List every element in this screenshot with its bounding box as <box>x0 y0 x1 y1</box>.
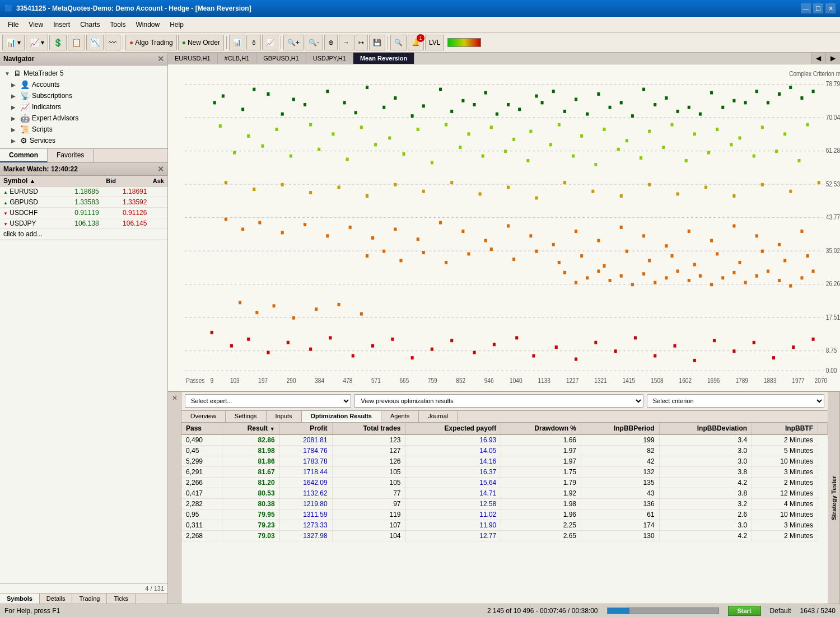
results-table-container[interactable]: Pass Result ▼ Profit Total trades Expect… <box>181 423 828 604</box>
table-row[interactable]: 0,417 80.53 1132.62 77 14.71 1.92 43 3.8… <box>181 488 828 499</box>
col-header-total-trades[interactable]: Total trades <box>332 423 405 434</box>
close-button[interactable]: ✕ <box>825 3 836 13</box>
line-button[interactable]: 📈 <box>262 35 278 50</box>
menu-help[interactable]: Help <box>165 20 188 30</box>
maximize-button[interactable]: ☐ <box>813 3 823 13</box>
scroll-end-button[interactable]: ↦ <box>354 35 368 50</box>
col-header-pass[interactable]: Pass <box>181 423 222 434</box>
tester-close-button[interactable]: ✕ <box>172 394 178 402</box>
cell-result: 80.38 <box>222 499 279 510</box>
zoom-in-button[interactable]: 🔍+ <box>283 35 304 50</box>
svg-rect-174 <box>399 259 402 262</box>
nav-item-expert-advisors[interactable]: ▶ 🤖 Expert Advisors <box>0 113 167 124</box>
nav-item-accounts[interactable]: ▶ 👤 Accounts <box>0 79 167 90</box>
zoom-out-button[interactable]: 🔍- <box>305 35 323 50</box>
menu-insert[interactable]: Insert <box>49 20 74 30</box>
chart-prev-button[interactable]: ◀ <box>811 53 825 64</box>
tester-tab-settings[interactable]: Settings <box>226 411 267 422</box>
tab-favorites[interactable]: Favorites <box>48 149 94 162</box>
col-header-inpbbdeviation[interactable]: InpBBDeviation <box>659 423 752 434</box>
svg-rect-247 <box>239 301 241 304</box>
table-row[interactable]: 0,490 82.86 2081.81 123 16.93 1.66 199 3… <box>181 434 828 446</box>
tester-tab-optimization[interactable]: Optimization Results <box>302 411 381 422</box>
svg-rect-213 <box>789 284 792 288</box>
chart-tab-mean-reversion[interactable]: Mean Reversion <box>353 53 414 64</box>
col-symbol[interactable]: Symbol ▲ <box>0 176 71 186</box>
svg-text:1977: 1977 <box>792 377 804 384</box>
indicators-icon: 📈 <box>20 102 30 111</box>
chart-next-button[interactable]: ▶ <box>825 53 840 64</box>
chart-tab-gbpusd[interactable]: GBPUSD,H1 <box>256 53 306 64</box>
dollar-button[interactable]: 💲 <box>49 35 67 50</box>
search-button[interactable]: 🔍 <box>390 35 407 50</box>
crosshair-button[interactable]: ⊕ <box>324 35 338 50</box>
chart-tab-clb[interactable]: #CLB,H1 <box>218 53 257 64</box>
nav-item-subscriptions[interactable]: ▶ 📡 Subscriptions <box>0 90 167 101</box>
market-watch-row[interactable]: ▲ EURUSD 1.18685 1.18691 <box>0 186 167 197</box>
menu-view[interactable]: View <box>24 20 48 30</box>
col-header-drawdown[interactable]: Drawdown % <box>501 423 581 434</box>
market-watch-row[interactable]: click to add... <box>0 229 167 240</box>
separator-2 <box>226 36 227 49</box>
new-chart-button[interactable]: 📊 ▾ <box>2 35 25 50</box>
chart-button[interactable]: 📉 <box>86 35 104 50</box>
col-ask[interactable]: Ask <box>119 176 167 186</box>
table-row[interactable]: 0,95 79.95 1311.59 119 11.02 1.96 61 2.6… <box>181 510 828 520</box>
nav-item-scripts[interactable]: ▶ 📜 Scripts <box>0 124 167 135</box>
menu-charts[interactable]: Charts <box>76 20 104 30</box>
algo-trading-button[interactable]: ● Algo Trading <box>125 35 177 50</box>
table-row[interactable]: 0,311 79.23 1273.33 107 11.90 2.25 174 3… <box>181 520 828 531</box>
market-watch-row[interactable]: ▼ USDCHF 0.91119 0.91126 <box>0 208 167 218</box>
level-button[interactable]: LVL <box>425 35 444 50</box>
market-watch-row[interactable]: ▼ USDJPY 106.138 106.145 <box>0 218 167 229</box>
navigator-close[interactable]: ✕ <box>157 54 164 63</box>
tester-tab-agents[interactable]: Agents <box>381 411 419 422</box>
start-button[interactable]: Start <box>728 606 761 616</box>
col-header-inpbbtf[interactable]: InpBBTF <box>752 423 818 434</box>
chart-tab-usdjpy[interactable]: USDJPY,H1 <box>306 53 353 64</box>
scroll-right-button[interactable]: → <box>339 35 353 50</box>
col-header-result[interactable]: Result ▼ <box>222 423 279 434</box>
chart-tab-eurusd[interactable]: EURUSD,H1 <box>168 53 218 64</box>
menu-tools[interactable]: Tools <box>106 20 130 30</box>
market-watch-close[interactable]: ✕ <box>157 165 164 174</box>
title-bar-controls[interactable]: — ☐ ✕ <box>801 3 836 13</box>
col-header-profit[interactable]: Profit <box>279 423 332 434</box>
table-row[interactable]: 2,282 80.38 1219.80 97 12.58 1.98 136 3.… <box>181 499 828 510</box>
signal-button[interactable]: 〰 <box>105 35 120 50</box>
table-row[interactable]: 2,266 81.20 1642.09 105 15.64 1.79 135 4… <box>181 478 828 488</box>
nav-item-indicators[interactable]: ▶ 📈 Indicators <box>0 101 167 113</box>
col-header-inpbbperiod[interactable]: InpBBPeriod <box>581 423 659 434</box>
cell-inpbbperiod: 132 <box>581 467 659 478</box>
mw-tab-symbols[interactable]: Symbols <box>0 593 40 604</box>
nav-item-services[interactable]: ▶ ⚙ Services <box>0 135 167 146</box>
mw-tab-ticks[interactable]: Ticks <box>107 593 135 604</box>
table-row[interactable]: 0,45 81.98 1784.76 127 14.05 1.97 82 3.0… <box>181 446 828 456</box>
tab-common[interactable]: Common <box>0 149 48 162</box>
menu-window[interactable]: Window <box>132 20 165 30</box>
col-header-expected-payoff[interactable]: Expected payoff <box>405 423 501 434</box>
view-results-select[interactable]: View previous optimization results <box>354 394 643 408</box>
candle-button[interactable]: 🕯 <box>246 35 261 50</box>
mw-tab-details[interactable]: Details <box>40 593 73 604</box>
expert-select[interactable]: Select expert... <box>185 394 351 408</box>
bar-chart-button[interactable]: 📊 <box>229 35 245 50</box>
mw-tab-trading[interactable]: Trading <box>72 593 107 604</box>
tester-tab-journal[interactable]: Journal <box>419 411 458 422</box>
profile-button[interactable]: 📋 <box>68 35 85 50</box>
new-order-button[interactable]: ● New Order <box>178 35 224 50</box>
table-row[interactable]: 6,291 81.67 1718.44 105 16.37 1.75 132 3… <box>181 467 828 478</box>
criterion-select[interactable]: Select criterion <box>647 394 824 408</box>
save-button[interactable]: 💾 <box>369 35 385 50</box>
menu-file[interactable]: File <box>3 20 23 30</box>
table-row[interactable]: 2,268 79.03 1327.98 104 12.77 2.65 130 4… <box>181 531 828 541</box>
market-watch-row[interactable]: ▲ GBPUSD 1.33583 1.33592 <box>0 197 167 208</box>
nav-root[interactable]: ▼ 🖥 MetaTrader 5 <box>0 68 167 79</box>
tester-tab-overview[interactable]: Overview <box>181 411 226 422</box>
col-bid[interactable]: Bid <box>71 176 119 186</box>
notification-button[interactable]: 🔔 1 <box>408 35 424 50</box>
minimize-button[interactable]: — <box>801 3 811 13</box>
chart-type-button[interactable]: 📈 ▾ <box>26 35 48 50</box>
table-row[interactable]: 5,299 81.86 1783.78 126 14.16 1.97 42 3.… <box>181 456 828 467</box>
tester-tab-inputs[interactable]: Inputs <box>267 411 302 422</box>
